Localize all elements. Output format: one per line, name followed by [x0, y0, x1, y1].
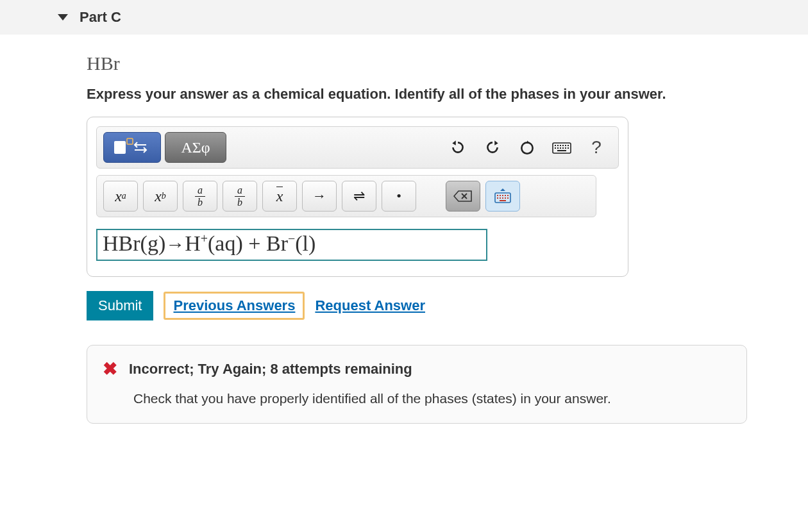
svg-rect-13	[562, 147, 564, 149]
dot-button[interactable]: •	[382, 181, 416, 212]
svg-rect-15	[568, 147, 569, 149]
svg-rect-14	[565, 147, 566, 149]
equilibrium-arrow-button[interactable]: ⇌	[342, 181, 376, 212]
svg-point-2	[521, 142, 532, 153]
svg-rect-8	[565, 145, 566, 146]
svg-rect-11	[557, 147, 559, 149]
svg-rect-21	[505, 195, 506, 196]
greek-letters-button[interactable]: ΑΣφ	[165, 132, 226, 163]
part-header[interactable]: Part C	[0, 0, 808, 35]
svg-rect-26	[505, 197, 506, 199]
action-bar: Submit Previous Answers Request Answer	[87, 291, 770, 320]
right-arrow-button[interactable]: →	[302, 181, 337, 212]
submit-button[interactable]: Submit	[87, 291, 153, 320]
svg-rect-5	[557, 145, 559, 146]
svg-rect-28	[500, 200, 506, 201]
svg-rect-20	[502, 195, 503, 196]
instruction-text: Express your answer as a chemical equati…	[87, 86, 770, 103]
svg-rect-24	[500, 197, 501, 199]
xbar-button[interactable]: x	[262, 181, 297, 212]
svg-rect-4	[555, 145, 556, 146]
undo-button[interactable]	[442, 132, 473, 163]
btn-label: x	[155, 188, 162, 205]
equation-editor: ΑΣφ ?	[87, 117, 628, 277]
redo-button[interactable]	[477, 132, 508, 163]
svg-rect-19	[500, 195, 501, 196]
btn-exp: a	[122, 191, 126, 201]
svg-rect-0	[114, 141, 126, 154]
virtual-keyboard-button[interactable]	[485, 181, 520, 212]
answer-input[interactable]: HBr(g)→H+(aq) + Br−(l)	[96, 229, 487, 261]
svg-rect-7	[562, 145, 564, 146]
svg-rect-23	[497, 197, 498, 199]
fraction-button[interactable]: ab	[223, 181, 257, 212]
svg-rect-18	[497, 195, 498, 196]
request-answer-link[interactable]: Request Answer	[315, 297, 425, 314]
editor-toolbar-math: xa xb ab ab x → ⇌	[96, 175, 596, 217]
help-button[interactable]: ?	[581, 132, 612, 163]
keyboard-button[interactable]	[546, 132, 577, 163]
incorrect-icon: ✖	[103, 358, 117, 379]
svg-rect-27	[507, 197, 509, 199]
caret-down-icon	[58, 14, 68, 21]
feedback-title: Incorrect; Try Again; 8 attempts remaini…	[129, 361, 412, 378]
compound-label: HBr	[87, 53, 770, 74]
feedback-box: ✖ Incorrect; Try Again; 8 attempts remai…	[87, 345, 747, 424]
feedback-body: Check that you have properly identified …	[133, 391, 731, 406]
svg-rect-10	[555, 147, 556, 149]
templates-button[interactable]	[103, 132, 161, 163]
svg-rect-1	[127, 138, 133, 144]
subscript-button[interactable]: xb	[143, 181, 178, 212]
svg-rect-12	[560, 147, 561, 149]
stacked-fraction-button[interactable]: ab	[183, 181, 217, 212]
svg-rect-6	[560, 145, 561, 146]
editor-toolbar-primary: ΑΣφ ?	[96, 126, 619, 169]
svg-rect-16	[557, 150, 566, 151]
btn-sub: b	[162, 191, 166, 201]
reset-button[interactable]	[512, 132, 543, 163]
svg-rect-22	[507, 195, 509, 196]
answer-equation: HBr(g)→H+(aq) + Br−(l)	[103, 231, 316, 255]
previous-answers-link[interactable]: Previous Answers	[164, 292, 305, 320]
part-title: Part C	[80, 9, 121, 26]
svg-rect-9	[568, 145, 569, 146]
backspace-button[interactable]	[446, 181, 480, 212]
svg-rect-25	[502, 197, 503, 199]
btn-label: x	[115, 188, 122, 205]
superscript-button[interactable]: xa	[103, 181, 138, 212]
